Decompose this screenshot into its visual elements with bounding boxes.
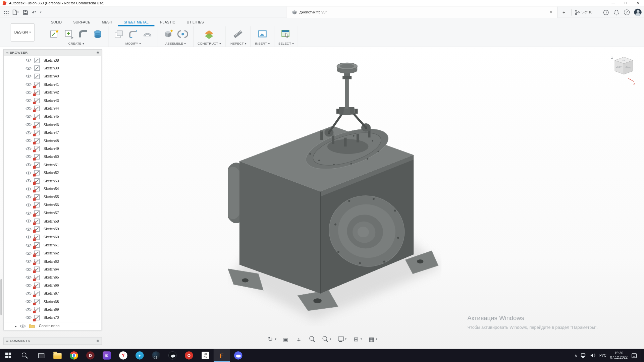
mail-icon[interactable]: ✉	[99, 349, 115, 362]
browser-item[interactable]: Sketch67	[4, 290, 101, 298]
ribbon-tab[interactable]: MESH	[96, 19, 118, 26]
collapse-panel-icon[interactable]: ◂◂	[6, 51, 8, 54]
expand-arrow-icon[interactable]: ▶	[15, 324, 17, 327]
start-icon[interactable]	[0, 349, 16, 362]
group-label-assemble[interactable]: ASSEMBLE▾	[165, 42, 186, 46]
discord-icon[interactable]	[230, 349, 247, 362]
app-grid-icon[interactable]	[3, 8, 9, 16]
browser-item[interactable]: Sketch39	[4, 64, 101, 72]
visibility-eye-icon[interactable]	[25, 307, 32, 312]
visibility-eye-icon[interactable]	[25, 315, 32, 320]
notifications-bell-icon[interactable]	[613, 8, 619, 16]
group-label-insert[interactable]: INSERT▾	[255, 42, 270, 46]
grid-display-icon[interactable]: ▾	[350, 335, 364, 343]
visibility-eye-icon[interactable]	[25, 98, 32, 103]
visibility-eye-icon[interactable]	[25, 58, 32, 62]
new-document-tab-button[interactable]: +	[560, 9, 568, 16]
browser-item[interactable]: Sketch69	[4, 306, 101, 314]
clock[interactable]: 15:36 07.12.2022	[610, 351, 628, 360]
telegram-icon[interactable]: ➤	[131, 349, 148, 362]
ribbon-tab[interactable]: PLASTIC	[154, 19, 181, 26]
inspect-measure-button[interactable]	[232, 28, 244, 40]
browser-item[interactable]: Sketch45	[4, 113, 101, 121]
browser-item[interactable]: Sketch42	[4, 88, 101, 97]
browser-item[interactable]: Sketch47	[4, 129, 101, 137]
file-menu-button[interactable]: ▾	[12, 8, 19, 16]
group-label-inspect[interactable]: INSPECT▾	[229, 42, 246, 46]
visibility-eye-icon[interactable]	[25, 211, 32, 215]
save-button[interactable]	[22, 8, 28, 16]
group-label-modify[interactable]: MODIFY▾	[125, 42, 141, 46]
browser-item[interactable]: Sketch40	[4, 72, 101, 80]
explorer-icon[interactable]	[49, 349, 66, 362]
visibility-eye-icon[interactable]	[25, 259, 32, 263]
browser-item[interactable]: Sketch70	[4, 314, 101, 322]
browser-item[interactable]: Sketch50	[4, 153, 101, 161]
browser-scrollbar[interactable]	[0, 51, 2, 335]
panel-options-icon[interactable]: ◉	[97, 339, 100, 343]
visibility-eye-icon[interactable]	[25, 82, 32, 86]
workspace-selector[interactable]: DESIGN ▾	[11, 23, 35, 42]
ribbon-tab[interactable]: SOLID	[45, 19, 68, 26]
visibility-eye-icon[interactable]	[25, 251, 32, 255]
browser-item[interactable]: Sketch46	[4, 121, 101, 129]
visibility-eye-icon[interactable]	[25, 106, 32, 111]
browser-item[interactable]: Sketch49	[4, 145, 101, 153]
browser-item[interactable]: Sketch65	[4, 274, 101, 282]
version-indicator[interactable]: 5 of 10	[575, 7, 592, 18]
davinci-icon[interactable]: D	[82, 349, 99, 362]
browser-item[interactable]: Sketch52	[4, 169, 101, 177]
user-avatar[interactable]	[634, 9, 642, 16]
viewports-icon[interactable]: ▾	[366, 335, 379, 343]
yandex-icon[interactable]: Y	[115, 349, 131, 362]
group-label-select[interactable]: SELECT▾	[278, 42, 294, 46]
ribbon-tab[interactable]: SHEET METAL	[118, 19, 154, 26]
browser-item[interactable]: Sketch41	[4, 80, 101, 88]
document-tab[interactable]: джойстик ffb v5* ✕	[287, 7, 558, 18]
assemble-new-component-button[interactable]	[162, 28, 175, 40]
modify-fillet-button[interactable]	[127, 28, 139, 40]
orbit-icon[interactable]: ▾	[265, 335, 278, 343]
browser-item[interactable]: Sketch51	[4, 161, 101, 169]
ribbon-tab[interactable]: SURFACE	[67, 19, 96, 26]
visibility-eye-icon[interactable]	[19, 324, 25, 328]
visibility-eye-icon[interactable]	[25, 275, 32, 280]
close-window-button[interactable]: ✕	[632, 0, 644, 6]
visibility-eye-icon[interactable]	[25, 179, 32, 183]
steam-icon[interactable]	[148, 349, 164, 362]
help-icon[interactable]: ?	[624, 9, 630, 15]
visibility-eye-icon[interactable]	[25, 130, 32, 135]
visibility-eye-icon[interactable]	[25, 299, 32, 304]
browser-item[interactable]: Sketch43	[4, 97, 101, 105]
visibility-eye-icon[interactable]	[25, 267, 32, 272]
modify-press-pull-button[interactable]	[113, 28, 125, 40]
browser-item[interactable]: Sketch68	[4, 298, 101, 306]
visibility-eye-icon[interactable]	[25, 155, 32, 159]
maximize-button[interactable]: □	[620, 0, 632, 6]
close-document-icon[interactable]: ✕	[548, 10, 554, 15]
browser-item[interactable]: Sketch64	[4, 265, 101, 274]
redo-dropdown-icon[interactable]: ▾	[40, 8, 41, 16]
panel-options-icon[interactable]: ◉	[97, 51, 100, 55]
browser-header[interactable]: ◂◂ BROWSER ◉	[4, 50, 101, 56]
group-label-create[interactable]: CREATE▾	[68, 42, 84, 46]
browser-item[interactable]: Sketch56	[4, 201, 101, 209]
select-button[interactable]	[280, 28, 292, 40]
visibility-eye-icon[interactable]	[25, 291, 32, 296]
visibility-eye-icon[interactable]	[25, 219, 32, 223]
comments-header[interactable]: ◂◂ COMMENTS ◉	[4, 338, 101, 345]
tray-expand-icon[interactable]: ∧	[575, 353, 577, 357]
language-indicator[interactable]: РУС	[599, 353, 606, 357]
visibility-eye-icon[interactable]	[25, 171, 32, 175]
browser-item[interactable]: Sketch48	[4, 137, 101, 145]
search-icon[interactable]	[16, 349, 33, 362]
visibility-eye-icon[interactable]	[25, 283, 32, 288]
browser-item[interactable]: Sketch44	[4, 105, 101, 113]
visibility-eye-icon[interactable]	[25, 146, 32, 151]
assemble-joint-button[interactable]	[177, 28, 189, 40]
zoom-window-icon[interactable]: ▾	[319, 335, 333, 343]
construction-folder-row[interactable]: ▶ Construction	[4, 322, 101, 330]
visibility-eye-icon[interactable]	[25, 122, 32, 127]
opera-icon[interactable]: O	[181, 349, 197, 362]
chrome-icon[interactable]	[66, 349, 82, 362]
